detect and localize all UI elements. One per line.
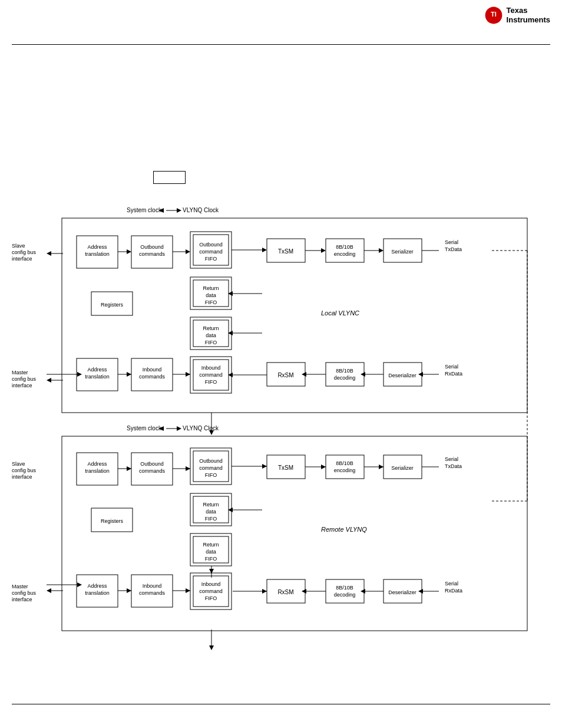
- svg-text:Deserializer: Deserializer: [388, 373, 416, 378]
- svg-marker-97: [418, 372, 423, 377]
- svg-rect-89: [326, 363, 364, 386]
- svg-text:TI: TI: [491, 11, 497, 18]
- svg-text:RxData: RxData: [445, 371, 462, 377]
- ti-text: Texas Instruments: [507, 6, 550, 24]
- svg-text:data: data: [206, 332, 216, 338]
- svg-marker-133: [127, 466, 131, 471]
- svg-text:commands: commands: [139, 374, 166, 380]
- svg-text:TxSM: TxSM: [278, 248, 293, 255]
- svg-text:command: command: [199, 588, 223, 594]
- svg-text:Serializer: Serializer: [391, 249, 414, 255]
- svg-text:Address: Address: [87, 583, 107, 589]
- svg-text:8B/10B: 8B/10B: [336, 585, 353, 591]
- svg-text:Return: Return: [203, 285, 219, 291]
- svg-text:Outbound: Outbound: [140, 461, 164, 467]
- svg-text:config bus: config bus: [12, 249, 37, 255]
- svg-text:8B/10B: 8B/10B: [336, 460, 353, 466]
- svg-text:data: data: [206, 292, 216, 298]
- svg-text:data: data: [206, 549, 216, 555]
- svg-text:interface: interface: [12, 474, 32, 480]
- svg-marker-108: [177, 426, 181, 431]
- svg-text:System clock: System clock: [127, 207, 162, 213]
- svg-marker-33: [321, 248, 326, 253]
- svg-marker-4: [177, 208, 181, 213]
- svg-marker-17: [127, 249, 131, 254]
- ti-logo-line1: Texas: [507, 6, 528, 15]
- svg-text:Slave: Slave: [12, 243, 25, 249]
- svg-text:config bus: config bus: [12, 590, 37, 596]
- svg-text:translation: translation: [85, 374, 110, 380]
- svg-text:Master: Master: [12, 584, 28, 589]
- svg-text:interface: interface: [12, 383, 32, 388]
- svg-text:commands: commands: [139, 251, 166, 257]
- svg-text:VLYNQ Clock: VLYNQ Clock: [183, 425, 219, 431]
- svg-text:8B/10B: 8B/10B: [336, 368, 353, 374]
- svg-marker-179: [77, 582, 82, 587]
- svg-text:Local VLYNC: Local VLYNC: [321, 309, 359, 317]
- svg-text:Inbound: Inbound: [201, 581, 221, 587]
- svg-marker-181: [127, 588, 131, 593]
- svg-rect-34: [326, 239, 364, 262]
- page: TI Texas Instruments System clock VLYNQ …: [0, 0, 562, 728]
- svg-text:commands: commands: [139, 468, 166, 474]
- svg-text:Master: Master: [12, 370, 28, 375]
- svg-text:System clock: System clock: [127, 425, 162, 431]
- svg-text:TxData: TxData: [445, 246, 462, 252]
- svg-marker-93: [361, 372, 365, 377]
- svg-marker-196: [361, 589, 365, 594]
- svg-text:interface: interface: [12, 256, 32, 262]
- svg-text:Outbound: Outbound: [199, 458, 223, 464]
- svg-marker-38: [379, 248, 384, 253]
- svg-marker-135: [186, 466, 190, 471]
- svg-text:Serial: Serial: [445, 239, 458, 245]
- svg-text:command: command: [199, 249, 223, 255]
- svg-text:Inbound: Inbound: [143, 583, 162, 589]
- svg-marker-22: [186, 249, 190, 254]
- svg-text:Deserializer: Deserializer: [388, 589, 416, 595]
- svg-text:RxSM: RxSM: [277, 589, 293, 595]
- svg-text:FIFO: FIFO: [205, 340, 217, 345]
- header: TI Texas Instruments: [484, 6, 550, 25]
- svg-marker-177: [47, 588, 51, 593]
- svg-text:data: data: [206, 509, 216, 515]
- svg-text:RxSM: RxSM: [277, 372, 293, 378]
- svg-text:FIFO: FIFO: [205, 516, 217, 522]
- svg-text:Slave: Slave: [12, 461, 25, 467]
- svg-marker-139: [321, 465, 326, 469]
- svg-text:FIFO: FIFO: [205, 595, 217, 601]
- svg-text:Serial: Serial: [445, 456, 458, 462]
- svg-text:Address: Address: [87, 461, 107, 467]
- svg-text:TxData: TxData: [445, 463, 462, 469]
- bottom-rule: [12, 704, 550, 704]
- ti-logo: TI Texas Instruments: [484, 6, 550, 25]
- main-diagram: System clock VLYNQ Clock Slave config bu…: [9, 200, 551, 713]
- svg-text:Registers: Registers: [101, 518, 124, 524]
- svg-text:interface: interface: [12, 597, 32, 602]
- svg-marker-183: [186, 588, 190, 593]
- svg-text:Return: Return: [203, 502, 219, 508]
- svg-text:command: command: [199, 465, 223, 471]
- svg-marker-137: [262, 464, 267, 469]
- svg-text:FIFO: FIFO: [205, 299, 217, 305]
- top-rule: [12, 44, 550, 45]
- svg-text:8B/10B: 8B/10B: [336, 244, 353, 250]
- svg-marker-192: [302, 589, 306, 594]
- svg-text:FIFO: FIFO: [205, 472, 217, 478]
- svg-text:TxSM: TxSM: [278, 465, 293, 471]
- svg-marker-185: [262, 589, 267, 594]
- svg-text:VLYNQ Clock: VLYNQ Clock: [183, 207, 219, 213]
- svg-text:translation: translation: [85, 468, 110, 474]
- svg-rect-127: [326, 455, 364, 479]
- svg-text:translation: translation: [85, 590, 110, 596]
- svg-text:Serial: Serial: [445, 581, 458, 587]
- svg-marker-67: [77, 372, 82, 377]
- svg-marker-65: [47, 378, 51, 383]
- svg-text:Inbound: Inbound: [201, 365, 221, 371]
- svg-text:FIFO: FIFO: [205, 379, 217, 385]
- svg-text:config bus: config bus: [12, 376, 37, 382]
- svg-text:Serializer: Serializer: [391, 465, 414, 471]
- svg-marker-202: [209, 645, 214, 650]
- svg-marker-77: [186, 372, 190, 377]
- svg-text:Return: Return: [203, 325, 219, 331]
- svg-text:FIFO: FIFO: [205, 256, 217, 262]
